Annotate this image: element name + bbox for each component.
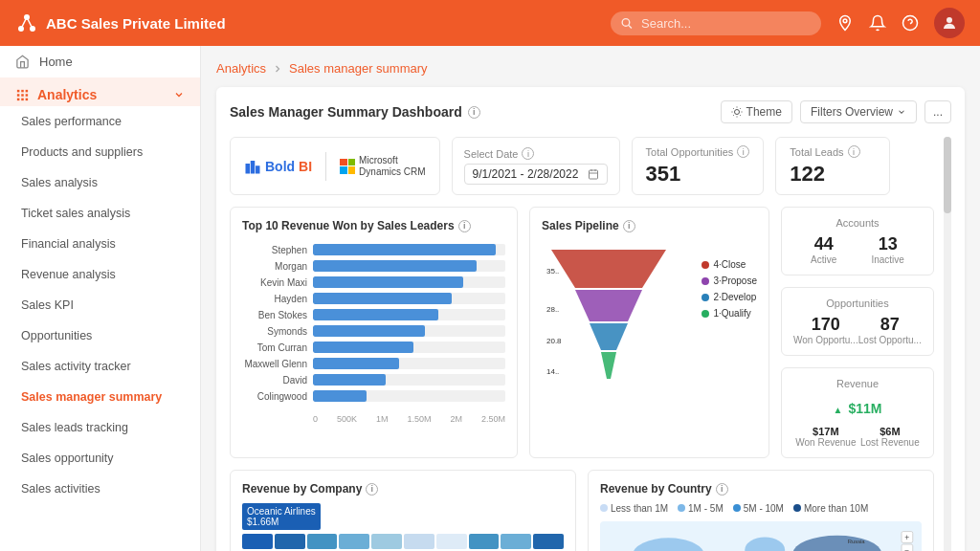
- svg-point-20: [734, 110, 739, 115]
- bar-label: Stephen: [242, 245, 307, 255]
- leads-info-icon[interactable]: i: [848, 145, 860, 158]
- heatmap-cell: [307, 534, 338, 549]
- legend-propose-dot: [702, 277, 709, 285]
- dashboard-info-icon[interactable]: i: [468, 106, 480, 119]
- scrollbar-track[interactable]: [944, 137, 951, 551]
- location-icon[interactable]: [836, 14, 854, 32]
- filters-button[interactable]: Filters Overview: [800, 100, 917, 123]
- svg-rect-22: [251, 161, 256, 174]
- sidebar-analytics-header[interactable]: Analytics: [0, 77, 200, 106]
- sidebar-item-products-suppliers[interactable]: Products and suppliers: [0, 137, 200, 167]
- axis-label: 2M: [450, 414, 462, 424]
- svg-point-10: [947, 17, 952, 23]
- charts-row: Top 10 Revenue Won by Sales Leaders i St…: [230, 207, 934, 458]
- sidebar-item-sales-manager[interactable]: Sales manager summary: [0, 382, 200, 412]
- bar-track: [313, 309, 505, 320]
- date-info-icon[interactable]: i: [522, 147, 534, 160]
- avatar[interactable]: [934, 8, 965, 38]
- bar-row: David: [242, 374, 505, 386]
- bar-chart-card: Top 10 Revenue Won by Sales Leaders i St…: [230, 207, 518, 458]
- sidebar-item-sales-activities[interactable]: Sales activities: [0, 474, 200, 504]
- home-label: Home: [39, 55, 73, 69]
- sidebar-item-ticket-sales[interactable]: Ticket sales analysis: [0, 198, 200, 229]
- heatmap-cell: [436, 534, 467, 549]
- sidebar-item-sales-performance[interactable]: Sales performance: [0, 106, 200, 137]
- bar-row: Ben Stokes: [242, 309, 505, 320]
- opp-stats: 170 Won Opportu... 87 Lost Opportu...: [793, 315, 922, 345]
- bar-row: Kevin Maxi: [242, 276, 505, 288]
- sidebar-item-sales-opportunity[interactable]: Sales opportunity: [0, 443, 200, 474]
- date-widget: Select Date i 9/1/2021 - 2/28/2022: [452, 137, 620, 195]
- sidebar-item-sales-kpi[interactable]: Sales KPI: [0, 290, 200, 320]
- bar-track: [313, 244, 505, 255]
- sidebar-item-sales-leads[interactable]: Sales leads tracking: [0, 412, 200, 443]
- sidebar-item-opportunities[interactable]: Opportunities: [0, 320, 200, 351]
- help-icon[interactable]: [902, 14, 919, 32]
- bar-chart-info-icon[interactable]: i: [458, 220, 471, 232]
- leads-label: Total Leads i: [790, 145, 876, 158]
- funnel-info-icon[interactable]: i: [623, 220, 635, 232]
- theme-button[interactable]: Theme: [721, 100, 792, 123]
- rev-company-info-icon[interactable]: i: [366, 483, 378, 496]
- date-input[interactable]: 9/1/2021 - 2/28/2022: [464, 164, 608, 185]
- top-widgets-row: BoldBI MicrosoftDynamics CRM: [230, 137, 934, 195]
- breadcrumb-current: Sales manager summary: [289, 61, 428, 76]
- bar-row: Symonds: [242, 325, 505, 337]
- total-opportunities-widget: Total Opportunities i 351: [632, 137, 765, 195]
- sidebar-item-sales-activity[interactable]: Sales activity tracker: [0, 351, 200, 382]
- bar-label: Colingwood: [242, 391, 307, 402]
- revenue-country-chart: Revenue by Country i Less than 1M 1M - 5…: [588, 470, 934, 551]
- map-zoom-controls: + − ⌂: [902, 532, 913, 551]
- dashboard-actions: Theme Filters Overview ...: [721, 100, 951, 123]
- bar-track: [313, 374, 505, 386]
- sidebar-item-revenue-analysis[interactable]: Revenue analysis: [0, 259, 200, 290]
- dashboard-left: BoldBI MicrosoftDynamics CRM: [230, 137, 934, 551]
- bar-label: Symonds: [242, 326, 307, 337]
- revenue-sub: $17M Won Revenue $6M Lost Revenue: [793, 426, 922, 448]
- revenue-main-value: ▲ $11M: [793, 401, 922, 416]
- bell-icon[interactable]: [869, 14, 886, 32]
- svg-rect-23: [256, 165, 260, 173]
- svg-text:−: −: [904, 545, 909, 551]
- search-input[interactable]: [611, 11, 821, 35]
- bar-track: [313, 293, 505, 304]
- bar-fill: [313, 390, 367, 402]
- revenue-center: ▲ $11M: [793, 395, 922, 426]
- bar-label: Hayden: [242, 294, 307, 304]
- legend-develop-dot: [702, 294, 709, 301]
- scrollbar-thumb[interactable]: [944, 137, 951, 213]
- svg-line-4: [27, 17, 33, 29]
- sidebar-item-home[interactable]: Home: [0, 46, 200, 77]
- bar-chart-title: Top 10 Revenue Won by Sales Leaders i: [242, 219, 505, 232]
- bar-row: Tom Curran: [242, 342, 505, 353]
- bar-track: [313, 390, 505, 402]
- bar-row: Maxwell Glenn: [242, 358, 505, 369]
- search-wrapper: [611, 11, 821, 35]
- opps-info-icon[interactable]: i: [737, 145, 749, 158]
- more-button[interactable]: ...: [924, 100, 951, 123]
- analytics-label: Analytics: [37, 87, 97, 102]
- svg-rect-12: [21, 89, 24, 92]
- bar-fill: [313, 342, 413, 353]
- bar-fill: [313, 260, 477, 272]
- revenue-won: $17M Won Revenue: [795, 426, 856, 448]
- opp-won: 170 Won Opportu...: [793, 315, 858, 345]
- bar-row: Stephen: [242, 244, 505, 255]
- breadcrumb-parent[interactable]: Analytics: [216, 61, 266, 76]
- bar-fill: [313, 276, 463, 288]
- bar-axis: 0500K1M1.50M2M2.50M: [242, 414, 505, 424]
- sidebar-item-financial-analysis[interactable]: Financial analysis: [0, 229, 200, 259]
- sidebar-item-sales-analysis[interactable]: Sales analysis: [0, 167, 200, 198]
- theme-icon: [731, 106, 743, 118]
- svg-rect-13: [26, 89, 29, 92]
- rev-country-info-icon[interactable]: i: [716, 483, 728, 496]
- map-legend: Less than 1M 1M - 5M 5M - 10M More than …: [600, 503, 922, 514]
- main-content: Analytics Sales manager summary Sales Ma…: [201, 46, 980, 551]
- leads-value: 122: [790, 162, 876, 187]
- heatmap-cell: [242, 534, 273, 549]
- bar-track: [313, 260, 505, 272]
- svg-rect-16: [26, 94, 29, 97]
- svg-rect-11: [17, 89, 20, 92]
- revenue-company-chart: Revenue by Company i Oceanic Airlines $1…: [230, 470, 576, 551]
- svg-text:20.8: 20.8: [546, 337, 562, 345]
